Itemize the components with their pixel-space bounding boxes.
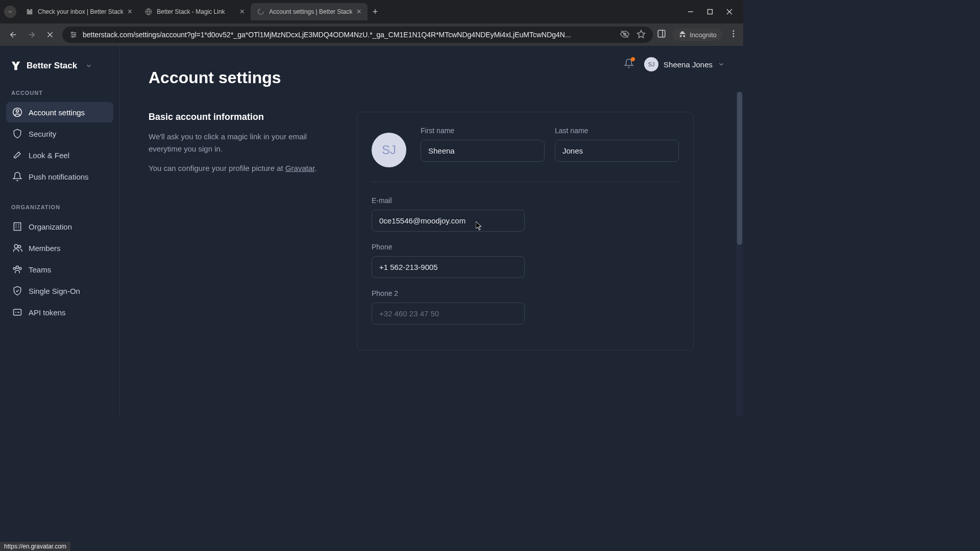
sidebar: Better Stack ACCOUNT Account settings Se… — [0, 46, 120, 416]
tab-close-button[interactable]: × — [128, 8, 132, 16]
sidebar-item-label: API tokens — [29, 308, 66, 317]
svg-rect-4 — [708, 10, 713, 14]
topbar: SJ Sheena Jones — [624, 57, 725, 71]
svg-point-38 — [19, 267, 21, 269]
scrollbar-track[interactable] — [736, 92, 743, 416]
nav-buttons — [5, 30, 58, 40]
email-label: E-mail — [372, 196, 525, 205]
sidebar-item-organization[interactable]: Organization — [6, 216, 113, 237]
bell-icon — [12, 171, 22, 182]
sidebar-item-label: Account settings — [29, 108, 85, 117]
favicon-icon — [26, 8, 34, 16]
url-text: betterstack.com/settings/account?gl=1*d0… — [83, 31, 615, 39]
app-container: Better Stack ACCOUNT Account settings Se… — [0, 46, 743, 416]
sidebar-item-security[interactable]: Security — [6, 123, 113, 144]
notifications-button[interactable] — [624, 58, 634, 70]
panel-icon — [657, 29, 666, 38]
site-info[interactable] — [69, 31, 78, 39]
star-icon — [636, 30, 646, 39]
sidebar-section-organization: ORGANIZATION — [6, 200, 113, 216]
section-description: Basic account information We'll ask you … — [149, 112, 332, 350]
svg-point-16 — [72, 36, 74, 38]
section-desc-2: You can configure your profile picture a… — [149, 162, 332, 174]
chevron-down-icon — [7, 9, 13, 15]
toolbar-right: Incognito — [657, 29, 738, 41]
forward-button[interactable] — [27, 30, 37, 40]
minimize-button[interactable] — [686, 7, 695, 16]
back-button[interactable] — [8, 30, 18, 40]
brush-icon — [12, 150, 22, 160]
sidebar-item-label: Push notifications — [29, 172, 89, 181]
tab-title: Better Stack - Magic Link — [157, 8, 236, 15]
first-name-input[interactable] — [421, 140, 545, 162]
phone2-input[interactable] — [372, 303, 525, 324]
sidebar-item-members[interactable]: Members — [6, 238, 113, 258]
address-bar[interactable]: betterstack.com/settings/account?gl=1*d0… — [62, 27, 653, 43]
svg-point-15 — [74, 34, 76, 36]
svg-point-34 — [14, 244, 18, 248]
browser-menu-button[interactable] — [729, 29, 738, 40]
svg-point-35 — [18, 245, 21, 248]
last-name-input[interactable] — [555, 140, 679, 162]
section-heading: Basic account information — [149, 112, 332, 122]
incognito-badge[interactable]: Incognito — [672, 29, 723, 41]
svg-point-26 — [16, 110, 19, 112]
chevron-down-icon — [718, 61, 725, 68]
user-menu[interactable]: SJ Sheena Jones — [644, 57, 725, 71]
form-card: SJ First name Last name — [357, 112, 694, 350]
svg-point-2 — [258, 9, 264, 15]
phone-input[interactable] — [372, 256, 525, 278]
tab-close-button[interactable]: × — [240, 8, 244, 16]
svg-point-22 — [733, 30, 734, 32]
sidebar-item-account-settings[interactable]: Account settings — [6, 102, 113, 122]
incognito-label: Incognito — [690, 31, 717, 39]
bookmark-button[interactable] — [636, 30, 646, 40]
building-icon — [12, 221, 22, 232]
profile-avatar: SJ — [372, 133, 406, 167]
browser-toolbar: betterstack.com/settings/account?gl=1*d0… — [0, 23, 743, 46]
sidebar-item-api-tokens[interactable]: API tokens — [6, 302, 113, 322]
browser-tabs: Check your inbox | Better Stack × Better… — [19, 3, 681, 20]
svg-point-36 — [16, 266, 19, 268]
dots-vertical-icon — [729, 29, 738, 38]
user-circle-icon — [12, 107, 22, 117]
browser-tab-magic-link[interactable]: Better Stack - Magic Link × — [138, 3, 251, 20]
tab-close-button[interactable]: × — [356, 8, 361, 16]
browser-tab-strip: Check your inbox | Better Stack × Better… — [0, 0, 743, 23]
browser-tab-account-settings[interactable]: Account settings | Better Stack × — [251, 3, 368, 20]
contact-fields: E-mail Phone Phone 2 — [372, 196, 679, 324]
brand-name: Better Stack — [27, 61, 77, 71]
shield-check-icon — [12, 286, 22, 296]
key-icon — [12, 307, 22, 317]
globe-icon — [144, 8, 153, 16]
avatar: SJ — [644, 57, 658, 71]
sidebar-item-look-feel[interactable]: Look & Feel — [6, 145, 113, 165]
window-controls — [681, 7, 739, 16]
gravatar-link[interactable]: Gravatar — [285, 164, 315, 172]
main-content: SJ Sheena Jones Account settings Basic a… — [120, 46, 743, 416]
stop-button[interactable] — [45, 30, 55, 40]
sidebar-item-teams[interactable]: Teams — [6, 259, 113, 280]
sidebar-item-label: Teams — [29, 265, 51, 274]
sidebar-item-push-notifications[interactable]: Push notifications — [6, 166, 113, 187]
new-tab-button[interactable]: + — [368, 5, 383, 19]
form-container: SJ First name Last name — [357, 112, 694, 350]
tab-search-button[interactable] — [4, 6, 16, 18]
sidebar-item-sso[interactable]: Single Sign-On — [6, 281, 113, 301]
browser-tab-inbox[interactable]: Check your inbox | Better Stack × — [19, 3, 138, 20]
name-row: SJ First name Last name — [372, 127, 679, 182]
side-panel-button[interactable] — [657, 29, 666, 40]
scrollbar-thumb[interactable] — [737, 92, 742, 245]
brand-logo-icon — [10, 60, 21, 71]
chevron-down-icon — [85, 62, 92, 69]
incognito-icon — [678, 31, 687, 39]
user-name: Sheena Jones — [664, 60, 713, 69]
sidebar-item-label: Look & Feel — [29, 151, 69, 160]
maximize-button[interactable] — [705, 7, 715, 16]
sidebar-section-account: ACCOUNT — [6, 86, 113, 102]
loading-icon — [257, 8, 265, 16]
eye-off-icon[interactable] — [620, 30, 629, 40]
brand-selector[interactable]: Better Stack — [6, 56, 113, 86]
close-button[interactable] — [725, 7, 734, 16]
email-input[interactable] — [372, 210, 525, 232]
